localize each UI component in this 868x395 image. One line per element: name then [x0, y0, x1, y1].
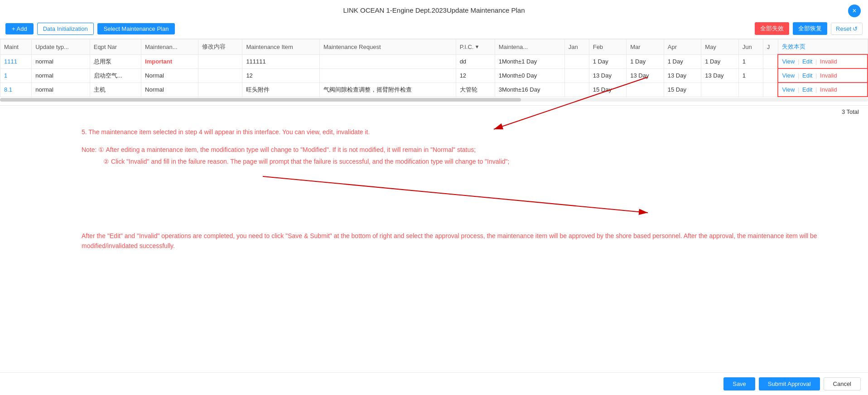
col-update-type: Update typ...: [32, 39, 90, 55]
maint-link-81[interactable]: 8.1: [4, 86, 12, 93]
view-button-2[interactable]: View: [782, 72, 795, 79]
update-type-2: normal: [32, 68, 90, 83]
pic-3: 大管轮: [456, 83, 495, 97]
toolbar: + Add Data Initialization Select Mainten…: [0, 19, 868, 39]
maintenance-type-3: Normal: [141, 83, 198, 97]
invalid-button-3[interactable]: Invalid: [820, 86, 837, 93]
submit-approval-button[interactable]: Submit Approval: [759, 377, 820, 390]
xiugai-2: [198, 68, 242, 83]
reset-button[interactable]: Reset ↺: [831, 23, 863, 35]
maintenance-table: Maint Update typ... Eqpt Nar Maintenan..…: [0, 39, 868, 97]
invalid-button-1[interactable]: Invalid: [820, 58, 837, 65]
update-type-1: normal: [32, 54, 90, 68]
action-col-1: View | Edit | Invalid: [778, 54, 868, 68]
maint-item-2: 12: [242, 68, 320, 83]
table-row: 8.1 normal 主机 Normal 旺头附件 气阀间隙检查调整，摇臂附件检…: [0, 83, 868, 97]
feb-1: 1 Day: [589, 54, 627, 68]
instruction-step5: 5. The maintenance item selected in step…: [82, 127, 850, 137]
jan-2: [564, 68, 589, 83]
maintena-1: 1Month±1 Day: [495, 54, 564, 68]
col-eqpt-name: Eqpt Nar: [90, 39, 141, 55]
col-maintenance: Maintenan...: [141, 39, 198, 55]
pic-1: dd: [456, 54, 495, 68]
update-type-3: normal: [32, 83, 90, 97]
close-button[interactable]: ×: [848, 5, 861, 17]
jan-1: [564, 54, 589, 68]
instruction-after: After the "Edit" and "Invalid" operation…: [82, 231, 850, 251]
maint-link-1[interactable]: 1: [4, 72, 7, 79]
col-jan: Jan: [564, 39, 589, 55]
note-label: Note:: [82, 146, 98, 153]
action-col-3: View | Edit | Invalid: [778, 83, 868, 97]
reset-label: Reset: [836, 25, 851, 32]
col-mar: Mar: [627, 39, 664, 55]
note-1: ① After editing a maintenance item, the …: [98, 146, 476, 153]
action-col-2: View | Edit | Invalid: [778, 68, 868, 83]
edit-button-2[interactable]: Edit: [802, 72, 812, 79]
feb-3: 15 Day: [589, 83, 627, 97]
eqpt-name-3: 主机: [90, 83, 141, 97]
maintena-2: 1Month±0 Day: [495, 68, 564, 83]
xiugai-3: [198, 83, 242, 97]
feb-2: 13 Day: [589, 68, 627, 83]
col-apr: Apr: [664, 39, 701, 55]
quanbu-huifu-button[interactable]: 全部恢复: [793, 22, 827, 35]
invalid-button-2[interactable]: Invalid: [820, 72, 837, 79]
select-maintenance-plan-button[interactable]: Select Maintenance Plan: [97, 23, 175, 34]
arrow-svg-2: [263, 172, 670, 217]
save-button[interactable]: Save: [723, 377, 755, 390]
pic-2: 12: [456, 68, 495, 83]
quanbu-shixiao-button[interactable]: 全部失效: [755, 22, 789, 35]
close-icon: ×: [852, 7, 856, 15]
pic-dropdown-icon[interactable]: ▼: [474, 44, 479, 49]
col-xiugai: 修改内容: [198, 39, 242, 55]
footer: Save Submit Approval Cancel: [0, 372, 868, 395]
mar-3: [627, 83, 664, 97]
edit-button-3[interactable]: Edit: [802, 86, 812, 93]
data-initialization-button[interactable]: Data Initialization: [37, 23, 94, 35]
instruction-notes: Note: ① After editing a maintenance item…: [82, 144, 850, 167]
jan-3: [564, 83, 589, 97]
view-button-3[interactable]: View: [782, 86, 795, 93]
edit-button-1[interactable]: Edit: [802, 58, 812, 65]
col-j: J: [763, 39, 778, 55]
page-title: LINK OCEAN 1-Engine Dept.2023Update Main…: [343, 6, 525, 14]
col-maintena: Maintena...: [495, 39, 564, 55]
maint-request-3: 气阀间隙检查调整，摇臂附件检查: [320, 83, 456, 97]
maint-item-3: 旺头附件: [242, 83, 320, 97]
col-feb: Feb: [589, 39, 627, 55]
note-2: ② Click "Invalid" and fill in the failur…: [82, 158, 509, 165]
total-count: 3 Total: [0, 106, 868, 118]
apr-2: 13 Day: [664, 68, 701, 83]
add-button[interactable]: + Add: [5, 23, 34, 34]
col-may: May: [701, 39, 739, 55]
apr-3: 15 Day: [664, 83, 701, 97]
reset-icon: ↺: [853, 25, 858, 32]
xiugai-1: [198, 54, 242, 68]
may-2: 13 Day: [701, 68, 739, 83]
eqpt-name-1: 总用泵: [90, 54, 141, 68]
mar-1: 1 Day: [627, 54, 664, 68]
cancel-button[interactable]: Cancel: [824, 377, 861, 390]
view-button-1[interactable]: View: [782, 58, 795, 65]
col-actions: 失效本页: [778, 39, 868, 55]
col-pic: P.I.C. ▼: [456, 39, 495, 55]
col-jun: Jun: [738, 39, 763, 55]
jun-1: 1: [738, 54, 763, 68]
maint-request-1: [320, 54, 456, 68]
col-maint-request: Maintenance Request: [320, 39, 456, 55]
jun-3: [738, 83, 763, 97]
col-maint: Maint: [0, 39, 32, 55]
may-1: 1 Day: [701, 54, 739, 68]
col-maint-item: Maintenance Item: [242, 39, 320, 55]
maintenance-type-1: Important: [141, 54, 198, 68]
eqpt-name-2: 启动空气...: [90, 68, 141, 83]
maint-link-1111[interactable]: 1111: [4, 58, 17, 65]
mar-2: 13 Day: [627, 68, 664, 83]
horizontal-scrollbar[interactable]: [0, 98, 868, 102]
maint-item-1: 111111: [242, 54, 320, 68]
maintena-3: 3Month±16 Day: [495, 83, 564, 97]
main-table-wrapper: Maint Update typ... Eqpt Nar Maintenan..…: [0, 39, 868, 106]
svg-line-3: [263, 176, 648, 213]
table-row: 1111 normal 总用泵 Important 111111 dd 1Mon…: [0, 54, 868, 68]
